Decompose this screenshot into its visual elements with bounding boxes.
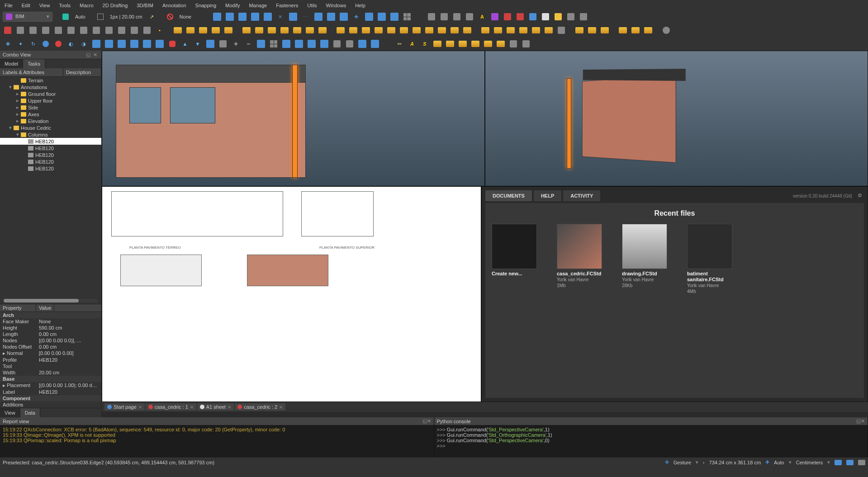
linewidth-icon[interactable] (95, 12, 105, 22)
mod-t15[interactable] (357, 39, 367, 49)
status-icon-3[interactable] (858, 460, 865, 465)
menu-utils[interactable]: Utils (303, 1, 321, 9)
viewport-scrollbar[interactable] (102, 412, 868, 417)
nav-style-icon[interactable]: ✥ (665, 459, 669, 465)
anno-t4[interactable] (483, 39, 493, 49)
mod-t3[interactable] (117, 39, 127, 49)
arch-section[interactable] (506, 25, 516, 35)
arch-g2[interactable] (587, 25, 597, 35)
snap-near[interactable] (339, 12, 349, 22)
draft-ellipse[interactable] (66, 25, 76, 35)
snap-center[interactable] (250, 12, 260, 22)
arch-t3[interactable] (361, 25, 371, 35)
arch-g3[interactable] (600, 25, 610, 35)
arch-t14[interactable] (643, 25, 653, 35)
tree-item[interactable]: HEB120 (0, 165, 101, 172)
tree-item[interactable]: HEB120 (0, 158, 101, 165)
snap-special[interactable] (326, 12, 336, 22)
recent-file-card[interactable]: casa_cedric.FCStdYorik van Havre1Mb (557, 224, 611, 294)
anno-t5[interactable] (496, 39, 506, 49)
prop-row[interactable]: LabelHEB120 (0, 389, 101, 395)
extend-tool[interactable]: ◑ (79, 39, 89, 49)
tree[interactable]: Terrain▾Annotations▸Ground floor▸Upper f… (0, 77, 101, 298)
status-icon-2[interactable] (846, 460, 854, 465)
arch-structure[interactable] (185, 25, 195, 35)
anno-shape[interactable]: S (420, 39, 430, 49)
snap-lock[interactable] (212, 12, 222, 22)
scale-tool[interactable]: ↻ (28, 39, 38, 49)
draft-polygon[interactable] (91, 25, 101, 35)
close-tab-icon[interactable]: ✕ (190, 405, 194, 410)
prop-row[interactable]: Length0.00 cm (0, 331, 101, 337)
rotate-tool[interactable]: ✦ (15, 39, 25, 49)
prop-row[interactable]: Height590.00 cm (0, 325, 101, 331)
move-tool[interactable]: ✥ (3, 39, 13, 49)
arch-level[interactable] (544, 25, 554, 35)
menu-3d-bim[interactable]: 3D/BIM (132, 1, 158, 9)
arch-floor[interactable] (198, 25, 208, 35)
tree-item[interactable]: ▸Upper floor (0, 97, 101, 104)
tree-item[interactable]: ▾House Cedric (0, 124, 101, 131)
tree-item[interactable]: ▸Elevation (0, 118, 101, 124)
mod-t2[interactable] (104, 39, 114, 49)
close-tab-icon[interactable]: ✕ (138, 405, 142, 410)
arch-beam[interactable] (305, 25, 315, 35)
arch-roof[interactable] (223, 25, 233, 35)
arch-t4[interactable] (374, 25, 384, 35)
mod-t5[interactable] (142, 39, 152, 49)
close-tab-icon[interactable]: ✕ (279, 405, 283, 410)
draft-rebar[interactable] (117, 25, 127, 35)
recent-file-card[interactable]: batiment sanitaire.FCStdYorik van Havre4… (687, 224, 741, 294)
prop-row[interactable]: ProfileHEB120 (0, 357, 101, 363)
draft-circle[interactable] (41, 25, 51, 35)
tab-model[interactable]: Model (0, 59, 23, 68)
menu-macro[interactable]: Macro (75, 1, 98, 9)
arch-stairs[interactable] (242, 25, 251, 35)
tab-tasks[interactable]: Tasks (23, 59, 45, 68)
mod-t8[interactable] (256, 39, 266, 49)
prop-row[interactable]: ▸ Placement[(0.00 0.00 1.00); 0.00 deg; … (0, 382, 101, 389)
prop-row[interactable]: Tool (0, 363, 101, 369)
tool-sheet[interactable] (452, 12, 462, 22)
snap-ortho[interactable]: ✚ (351, 12, 361, 22)
arch-frame[interactable] (267, 25, 277, 35)
snap-angle[interactable] (263, 12, 273, 22)
tool-text[interactable]: A (477, 12, 487, 22)
mod-t6[interactable] (155, 39, 165, 49)
tree-item[interactable]: ▾Annotations (0, 84, 101, 90)
mod-t1[interactable] (91, 39, 101, 49)
2d-plan-view[interactable]: PLANTA PAVIMENTO TÉRREO PLANTA PAVIMENTO… (102, 186, 481, 402)
mod-t4[interactable] (129, 39, 139, 49)
undock-icon[interactable]: ◱ (422, 418, 427, 424)
none-button[interactable] (165, 12, 175, 22)
arch-t1[interactable] (336, 25, 346, 35)
draft-spline[interactable] (53, 25, 63, 35)
snap-perpendicular[interactable] (288, 12, 298, 22)
mod-plus[interactable]: ✚ (231, 39, 241, 49)
mirror-tool[interactable] (41, 39, 51, 49)
mod-t7[interactable] (218, 39, 228, 49)
mod-down[interactable]: ▼ (193, 39, 203, 49)
tab-view[interactable]: View (0, 408, 20, 417)
workbench-selector[interactable]: BIM (3, 12, 52, 22)
arch-building[interactable] (531, 25, 541, 35)
arch-t2[interactable] (348, 25, 358, 35)
arch-t8[interactable] (424, 25, 434, 35)
close-icon[interactable]: ✕ (861, 418, 865, 424)
anno-tool[interactable]: ✏ (394, 39, 404, 49)
tree-item[interactable]: ▸Side (0, 104, 101, 111)
close-icon[interactable]: ✕ (427, 418, 431, 424)
prop-row[interactable]: Nodes[(0.00 0.00 0.0)], ... (0, 337, 101, 344)
menu-modify[interactable]: Modify (221, 1, 244, 9)
undock-icon[interactable]: ◱ (856, 418, 861, 424)
tool-box[interactable] (439, 12, 449, 22)
arch-t13[interactable] (631, 25, 640, 35)
start-tab-documents[interactable]: DOCUMENTS (485, 190, 532, 201)
draft-bezier[interactable] (79, 25, 89, 35)
snap-parallel[interactable] (313, 12, 323, 22)
snap-midpoint[interactable] (237, 12, 247, 22)
python-body[interactable]: >>> Gui.runCommand('Std_PerspectiveCamer… (434, 425, 868, 457)
start-tab-help[interactable]: HELP (534, 190, 561, 201)
prop-row[interactable]: Nodes Offset0.00 cm (0, 344, 101, 350)
arch-panel[interactable] (254, 25, 264, 35)
